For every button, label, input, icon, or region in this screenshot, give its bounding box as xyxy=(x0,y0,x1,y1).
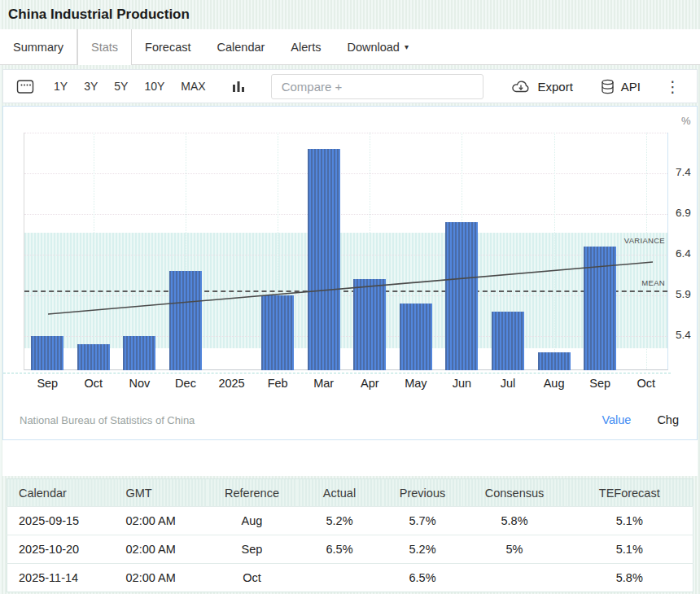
range-button-3y[interactable]: 3Y xyxy=(76,80,106,93)
trend-line xyxy=(24,133,667,369)
api-button[interactable]: API xyxy=(601,79,641,94)
api-label: API xyxy=(621,80,641,94)
table-cell: 02:00 AM xyxy=(118,535,208,564)
table-row[interactable]: 2025-11-1402:00 AMOct6.5%5.8% xyxy=(7,564,693,592)
column-header-reference: Reference xyxy=(208,479,297,507)
chart-spacer xyxy=(2,440,698,476)
x-axis-label: Oct xyxy=(71,377,116,390)
tab-forecast[interactable]: Forecast xyxy=(132,29,203,64)
y-axis-label: 6.4 xyxy=(676,247,691,260)
x-axis-label: Jun xyxy=(439,377,484,390)
table-cell: 5.1% xyxy=(567,507,693,535)
range-button-1y[interactable]: 1Y xyxy=(46,80,76,93)
x-axis-label: Sep xyxy=(24,377,70,390)
column-header-previous: Previous xyxy=(383,479,463,507)
chart-footer: National Bureau of Statistics of China V… xyxy=(20,413,679,426)
y-axis-unit: % xyxy=(681,115,691,127)
y-axis-label: 6.9 xyxy=(676,207,691,219)
column-header-gmt: GMT xyxy=(118,479,208,507)
axis-tick-line xyxy=(3,373,671,373)
table-cell: 2025-11-14 xyxy=(7,564,118,592)
table-cell: 2025-09-15 xyxy=(7,507,118,535)
tab-stats[interactable]: Stats xyxy=(77,29,132,65)
column-header-consensus: Consensus xyxy=(463,479,567,507)
database-icon xyxy=(601,79,615,94)
range-button-10y[interactable]: 10Y xyxy=(136,80,173,93)
table-cell: 2025-10-20 xyxy=(7,535,118,564)
table-cell: 5.8% xyxy=(463,507,567,535)
x-axis-label: 2025 xyxy=(209,377,255,390)
tab-calendar[interactable]: Calendar xyxy=(204,29,278,64)
table-cell xyxy=(463,564,567,592)
value-toggle[interactable]: Value xyxy=(602,413,631,426)
table-cell: 02:00 AM xyxy=(118,564,208,592)
variance-label: VARIANCE xyxy=(624,236,665,245)
table-cell xyxy=(297,564,383,592)
column-header-teforecast: TEForecast xyxy=(567,479,693,507)
x-axis-label: Feb xyxy=(255,377,300,390)
table-cell: 5.2% xyxy=(297,507,383,535)
table-row[interactable]: 2025-10-2002:00 AMSep6.5%5.2%5%5.1% xyxy=(7,535,693,564)
chart-section: VARIANCE MEAN SepOctNovDec2025FebMarAprM… xyxy=(2,106,698,476)
table-cell: 02:00 AM xyxy=(118,507,208,535)
table-cell: 5.1% xyxy=(567,535,693,564)
table-cell: 5.7% xyxy=(383,507,463,535)
export-label: Export xyxy=(537,80,572,94)
chevron-down-icon: ▾ xyxy=(405,42,409,51)
calendar-icon[interactable] xyxy=(16,78,34,94)
chg-toggle[interactable]: Chg xyxy=(657,413,679,426)
column-header-actual: Actual xyxy=(297,479,383,507)
tab-bar: SummaryStatsForecastCalendarAlertsDownlo… xyxy=(0,29,700,65)
table-header-row: CalendarGMTReferenceActualPreviousConsen… xyxy=(7,479,693,507)
source-attribution: National Bureau of Statistics of China xyxy=(20,414,195,426)
table-cell: 5% xyxy=(463,535,567,564)
y-axis-label: 5.9 xyxy=(676,288,691,300)
x-axis-label: Apr xyxy=(347,377,392,390)
compare-input[interactable] xyxy=(271,74,484,99)
y-axis-label: 7.4 xyxy=(676,166,691,178)
x-axis-label: Mar xyxy=(301,377,347,390)
range-button-5y[interactable]: 5Y xyxy=(106,80,136,93)
table-cell: 6.5% xyxy=(297,535,383,564)
column-header-calendar: Calendar xyxy=(7,479,118,507)
table-row[interactable]: 2025-09-1502:00 AMAug5.2%5.7%5.8%5.1% xyxy=(7,507,693,535)
cloud-download-icon xyxy=(511,80,531,94)
chart-card: VARIANCE MEAN SepOctNovDec2025FebMarAprM… xyxy=(2,106,698,440)
mean-label: MEAN xyxy=(641,278,665,287)
tab-summary[interactable]: Summary xyxy=(0,29,77,64)
table-cell: Sep xyxy=(208,535,297,564)
table-cell: 6.5% xyxy=(383,564,463,592)
x-axis-label: May xyxy=(393,377,439,390)
column-chart-icon[interactable] xyxy=(232,79,245,94)
table-cell: Oct xyxy=(208,564,297,592)
export-button[interactable]: Export xyxy=(511,80,572,94)
calendar-table: CalendarGMTReferenceActualPreviousConsen… xyxy=(7,478,693,592)
range-button-max[interactable]: MAX xyxy=(173,80,213,93)
chart-plot-area: VARIANCE MEAN SepOctNovDec2025FebMarAprM… xyxy=(24,133,668,370)
x-axis-label: Jul xyxy=(485,377,531,390)
table-cell: 5.8% xyxy=(567,564,693,592)
y-axis-label: 5.4 xyxy=(676,329,691,341)
x-axis-label: Dec xyxy=(163,377,208,390)
table-cell: 5.2% xyxy=(383,535,463,564)
tab-alerts[interactable]: Alerts xyxy=(278,29,334,64)
x-axis-label: Nov xyxy=(116,377,162,390)
page-title: China Industrial Production xyxy=(8,7,190,23)
x-axis-label: Aug xyxy=(532,377,577,390)
x-axis-label: Sep xyxy=(577,377,623,390)
tab-download[interactable]: Download▾ xyxy=(334,29,422,64)
page-header: China Industrial Production xyxy=(0,0,700,29)
chart-toolbar: 1Y3Y5Y10YMAX Export API ⋮ xyxy=(2,69,698,103)
x-axis-label: Oct xyxy=(623,377,669,390)
kebab-menu-icon[interactable]: ⋮ xyxy=(662,77,684,96)
table-cell: Aug xyxy=(208,507,297,535)
